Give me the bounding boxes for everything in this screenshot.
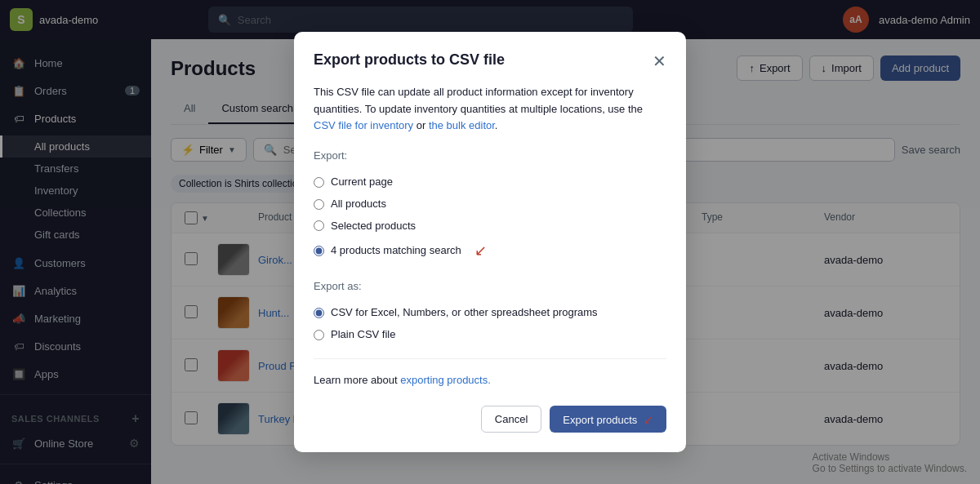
export-as-label: Export as: <box>314 278 666 295</box>
modal-overlay[interactable]: Export products to CSV file ✕ This CSV f… <box>0 0 980 484</box>
export-radio-current[interactable] <box>314 177 324 188</box>
export-radio-all[interactable] <box>314 199 324 210</box>
export-option-current-page[interactable]: Current page <box>314 171 666 193</box>
exporting-products-link-2[interactable]: exporting products. <box>400 374 491 386</box>
export-radio-matching[interactable] <box>314 246 324 256</box>
export-products-button[interactable]: Export products ↙ <box>550 406 666 433</box>
export-option-matching[interactable]: 4 products matching search ↙ <box>314 237 666 265</box>
csv-inventory-link[interactable]: CSV file for inventory <box>314 119 413 131</box>
modal-header: Export products to CSV file ✕ <box>314 51 666 71</box>
modal-body: This CSV file can update all product inf… <box>314 84 666 390</box>
modal-footer: Cancel Export products ↙ <box>314 406 666 433</box>
modal-close-button[interactable]: ✕ <box>653 51 666 71</box>
bulk-editor-link[interactable]: the bulk editor <box>429 119 495 131</box>
export-as-section: Export as: CSV for Excel, Numbers, or ot… <box>314 278 666 345</box>
export-label: Export: <box>314 148 666 165</box>
modal-title: Export products to CSV file <box>314 51 505 69</box>
learn-more-text: Learn more about exporting products. <box>314 372 666 389</box>
export-radio-selected[interactable] <box>314 220 324 231</box>
export-arrow-indicator: ↙ <box>644 413 653 426</box>
cancel-button[interactable]: Cancel <box>481 406 541 433</box>
arrow-indicator: ↙ <box>474 239 487 263</box>
export-options-section: Export: Current page All products Select… <box>314 148 666 265</box>
export-option-all-products[interactable]: All products <box>314 193 666 215</box>
export-modal: Export products to CSV file ✕ This CSV f… <box>294 32 686 453</box>
modal-description: This CSV file can update all product inf… <box>314 84 666 135</box>
export-as-plain-csv[interactable]: Plain CSV file <box>314 324 666 346</box>
export-option-selected[interactable]: Selected products <box>314 215 666 238</box>
modal-divider <box>314 358 666 359</box>
export-format-excel[interactable] <box>314 308 324 318</box>
export-as-csv-excel[interactable]: CSV for Excel, Numbers, or other spreads… <box>314 302 666 324</box>
export-format-plain[interactable] <box>314 330 324 340</box>
